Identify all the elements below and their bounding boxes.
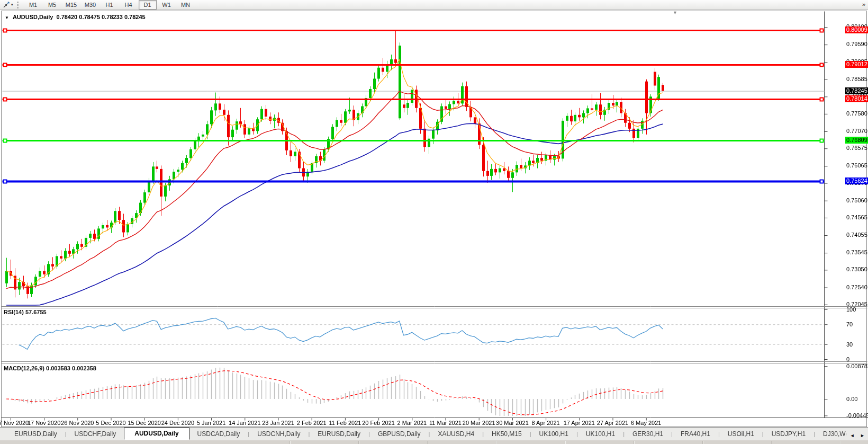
macd-tick-label: 0.008782: [846, 363, 868, 369]
macd-tick-label: 0.00: [846, 396, 857, 402]
symbol-tab-1[interactable]: USDCHF,Daily: [67, 428, 124, 440]
date-axis-label: 7 Nov 2020: [0, 420, 29, 426]
macd-indicator-label: MACD(12,26,9) 0.003583 0.002358: [4, 365, 96, 371]
cursor-tool-icon[interactable]: [2, 1, 11, 9]
date-axis-label: 17 Nov 2020: [28, 420, 60, 426]
date-axis-label: 20 Mar 2021: [463, 420, 495, 426]
rsi-tick-label: 70: [846, 321, 853, 327]
timeframe-button-MN[interactable]: MN: [177, 0, 195, 10]
hline-price-label[interactable]: 0.78014: [845, 95, 868, 102]
timeframe-button-M5[interactable]: M5: [43, 0, 61, 10]
date-axis-label: 11 Feb 2021: [329, 420, 361, 426]
tab-scroll-left-icon[interactable]: ◄: [850, 433, 855, 438]
chart-title: ▼AUDUSD,Daily 0.78420 0.78475 0.78233 0.…: [5, 14, 146, 20]
price-tick-label: 0.73050: [846, 266, 867, 272]
hline-price-label[interactable]: 0.79012: [845, 61, 868, 68]
status-strip-divider: [771, 441, 772, 444]
timeframe-button-H1[interactable]: H1: [101, 0, 119, 10]
price-tick-label: 0.75060: [846, 197, 867, 203]
date-axis-label: 26 Nov 2020: [61, 420, 94, 426]
timeframe-button-group: M1M5M15M30H1H4D1W1MN: [24, 0, 195, 10]
toolbar-overflow-icon[interactable]: »: [862, 1, 865, 7]
symbol-tab-9[interactable]: UK100,H1: [531, 428, 576, 440]
symbol-tab-11[interactable]: GER30,H1: [625, 428, 671, 440]
date-axis-label: 23 Jan 2021: [262, 420, 294, 426]
symbol-tab-0[interactable]: EURUSD,Daily: [6, 428, 65, 440]
rsi-tick-label: 30: [846, 341, 853, 348]
date-axis-label: 14 Jan 2021: [229, 420, 261, 426]
top-toolbar: ▾ M1M5M15M30H1H4D1W1MN »: [0, 0, 868, 10]
status-strip-divider: [702, 441, 703, 444]
timeframe-button-M15[interactable]: M15: [62, 0, 80, 10]
status-strip-divider: [427, 441, 428, 444]
current-price-label: 0.78245: [845, 87, 868, 94]
hline-price-label[interactable]: 0.76809: [845, 137, 868, 144]
timeframe-button-D1[interactable]: D1: [139, 0, 157, 10]
price-tick-label: 0.77580: [846, 110, 867, 117]
symbol-tab-13[interactable]: USOil,H1: [720, 428, 762, 440]
date-axis-label: 5 Jan 2021: [197, 420, 225, 426]
chart-symbol-label: AUDUSD,Daily: [13, 14, 53, 20]
price-tick-label: 0.73545: [846, 249, 867, 255]
status-strip-divider: [840, 441, 841, 444]
chart-ohlc-values: 0.78420 0.78475 0.78233 0.78245: [56, 14, 145, 20]
rsi-tick-label: 100: [846, 306, 856, 313]
date-axis-label: 24 Dec 2020: [161, 420, 194, 426]
chart-menu-triangle-icon[interactable]: ▼: [5, 15, 9, 20]
rsi-indicator-label: RSI(14) 57.6755: [4, 309, 47, 315]
cursor-tool-dropdown-caret-icon[interactable]: ▾: [11, 3, 13, 7]
timeframe-button-M1[interactable]: M1: [24, 0, 42, 10]
date-axis-label: 17 Apr 2021: [564, 420, 595, 426]
price-tick-label: 0.72540: [846, 284, 867, 290]
symbol-tab-10[interactable]: UK100,H1: [578, 428, 623, 440]
symbol-tab-14[interactable]: USDJPY,H1: [764, 428, 813, 440]
symbol-tab-4[interactable]: USDCNH,Daily: [249, 428, 308, 440]
timeframe-button-M30[interactable]: M30: [82, 0, 100, 10]
macd-tick-label: -0.004451: [846, 412, 868, 419]
symbol-tab-2[interactable]: AUDUSD,Daily: [124, 428, 189, 440]
status-strip-divider: [290, 441, 291, 444]
date-axis-label: 8 Apr 2021: [531, 420, 559, 426]
tab-scroll-arrows: ◄ ►: [846, 430, 866, 439]
date-axis-label: 6 May 2021: [631, 420, 661, 426]
price-tick-label: 0.76575: [846, 145, 867, 151]
date-axis-label: 5 Dec 2020: [96, 420, 125, 426]
price-tick-label: 0.74565: [846, 214, 867, 220]
mt4-window: { "toolbar": { "timeframes": ["M1","M5",…: [0, 0, 868, 444]
price-tick-label: 0.76065: [846, 162, 867, 168]
status-strip: [0, 440, 868, 444]
price-tick-label: 0.77070: [846, 128, 867, 134]
symbol-tab-12[interactable]: FRA40,H1: [673, 428, 718, 440]
symbol-tab-7[interactable]: XAUUSD,H4: [430, 428, 482, 440]
chart-window: ▼AUDUSD,Daily 0.78420 0.78475 0.78233 0.…: [0, 0, 868, 444]
symbol-tab-5[interactable]: EURUSD,Daily: [310, 428, 368, 440]
timeframe-button-W1[interactable]: W1: [158, 0, 176, 10]
tab-scroll-right-icon[interactable]: ►: [860, 433, 865, 438]
hline-price-label[interactable]: 0.80009: [845, 26, 868, 33]
symbol-tab-6[interactable]: GBPUSD,Daily: [370, 428, 429, 440]
symbol-tab-bar: EURUSD,Daily|USDCHF,DailyAUDUSD,DailyUSD…: [0, 427, 868, 440]
rsi-tick-label: 0: [846, 356, 849, 362]
price-tick-label: 0.79590: [846, 41, 867, 47]
status-strip-divider: [565, 441, 566, 444]
date-axis-label: 2 Mar 2021: [397, 420, 427, 426]
chart-shift-marker-icon[interactable]: ▼: [673, 10, 677, 15]
date-axis-label: 20 Feb 2021: [362, 420, 395, 426]
date-axis-label: 30 Mar 2021: [496, 420, 529, 426]
date-axis-label: 27 Apr 2021: [597, 420, 628, 426]
date-axis-label: 2 Feb 2021: [297, 420, 327, 426]
symbol-tab-3[interactable]: USDCAD,Daily: [189, 428, 248, 440]
status-strip-divider: [358, 441, 359, 444]
price-tick-label: 0.78585: [846, 76, 867, 82]
toolbar-grip[interactable]: [17, 2, 21, 8]
price-tick-label: 0.74055: [846, 232, 867, 238]
symbol-tab-8[interactable]: HK50,M15: [484, 428, 530, 440]
price-chart-canvas[interactable]: [0, 0, 868, 427]
status-strip-divider: [496, 441, 497, 444]
date-axis-label: 15 Dec 2020: [128, 420, 160, 426]
timeframe-button-H4[interactable]: H4: [120, 0, 138, 10]
status-strip-divider: [634, 441, 635, 444]
hline-price-label[interactable]: 0.75624: [845, 177, 868, 184]
date-axis-label: 11 Mar 2021: [429, 420, 462, 426]
